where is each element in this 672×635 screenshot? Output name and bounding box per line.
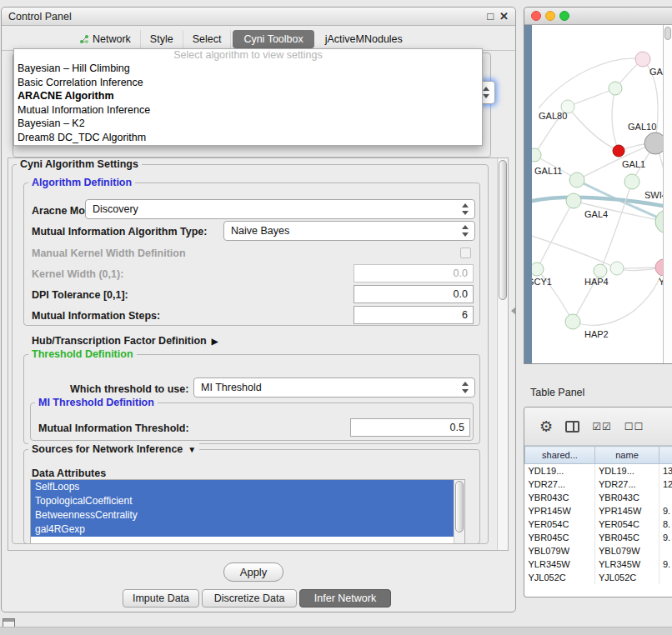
which-threshold-combobox[interactable]: MI Threshold	[193, 378, 475, 398]
tab-jactivemnodules[interactable]: jActiveMNodules	[316, 30, 412, 48]
network-edge[interactable]	[537, 201, 574, 269]
column-header-shared-name[interactable]: shared...	[525, 447, 595, 464]
table-row[interactable]: YDR27...YDR27...12	[525, 478, 672, 491]
mi-steps-field[interactable]: 6	[354, 306, 474, 324]
table-cell[interactable]: YDL19...	[525, 464, 595, 478]
list-scrollbar[interactable]	[454, 480, 464, 543]
table-cell[interactable]: YBR045C	[595, 531, 659, 544]
network-scrollbar[interactable]	[663, 25, 672, 363]
apply-button[interactable]: Apply	[223, 562, 283, 582]
minimize-traffic-light-icon[interactable]	[545, 11, 555, 21]
network-node[interactable]	[610, 262, 624, 275]
network-window-titlebar[interactable]	[524, 8, 672, 25]
close-icon[interactable]: ✕	[499, 10, 509, 22]
network-node-hap4[interactable]	[594, 264, 607, 278]
network-edge[interactable]	[568, 88, 615, 107]
network-canvas[interactable]: GAL GAL80 GAL10 GAL11 GAL1 SWI4 GAL4 GCY…	[532, 25, 663, 363]
tab-style[interactable]: Style	[141, 30, 183, 48]
table-row[interactable]: YER054CYER054C8.	[525, 518, 672, 531]
network-node-hap2[interactable]	[565, 314, 580, 329]
table-cell[interactable]	[659, 491, 672, 504]
float-window-icon[interactable]: □	[487, 10, 494, 22]
control-panel-titlebar[interactable]: Control Panel □ ✕	[2, 8, 515, 26]
network-node-swi4[interactable]	[655, 210, 663, 233]
table-cell[interactable]: YJL052C	[525, 571, 595, 584]
table-cell[interactable]: YDR27...	[595, 478, 659, 491]
network-edge[interactable]	[532, 235, 617, 268]
tab-network[interactable]: Network	[70, 30, 141, 48]
table-row[interactable]: YBR043CYBR043C	[525, 491, 672, 504]
panel-splitter-handle[interactable]	[511, 307, 516, 315]
dpi-tolerance-field[interactable]: 0.0	[354, 285, 474, 303]
gear-icon[interactable]: ⚙	[539, 419, 553, 434]
sources-group-toggle[interactable]: Sources for Network Inference▼	[28, 443, 199, 455]
table-cell[interactable]: 13	[659, 464, 672, 478]
table-row[interactable]: YDL19...YDL19...13	[525, 464, 672, 478]
table-row[interactable]: YJL052CYJL052C	[525, 571, 672, 584]
network-node[interactable]	[532, 148, 541, 162]
hub-tf-definition-toggle[interactable]: Hub/Transcription Factor Definition▶	[32, 334, 218, 348]
mi-threshold-field[interactable]: 0.5	[350, 418, 470, 437]
settings-scrollbar[interactable]	[497, 158, 508, 550]
tab-infer-network[interactable]: Infer Network	[299, 589, 391, 608]
menu-item-basic-correlation[interactable]: Basic Correlation Inference	[14, 76, 482, 90]
table-cell[interactable]: YBR043C	[525, 491, 595, 504]
table-cell[interactable]: YBR045C	[525, 531, 595, 544]
menu-item-aracne[interactable]: ARACNE Algorithm	[14, 89, 482, 103]
menu-item-mutual-information[interactable]: Mutual Information Inference	[14, 103, 482, 118]
table-cell[interactable]: YER054C	[525, 518, 595, 531]
unchecked-boxes-icon[interactable]: ☐☐	[624, 422, 644, 432]
select-columns-icon[interactable]	[565, 421, 579, 432]
table-cell[interactable]: YPR145W	[595, 504, 659, 518]
table-cell[interactable]: YLR345W	[525, 558, 595, 571]
list-item-selected[interactable]: BetweennessCentrality	[31, 508, 454, 522]
table-cell[interactable]: YBR043C	[595, 491, 659, 504]
checked-boxes-icon[interactable]: ☑☑	[592, 422, 612, 432]
network-node[interactable]	[655, 259, 663, 276]
table-cell[interactable]: 9.	[659, 558, 672, 571]
table-row[interactable]: YBR045CYBR045C9.	[525, 531, 672, 544]
network-edge[interactable]	[655, 143, 663, 222]
column-header[interactable]	[659, 447, 672, 464]
scrollbar-thumb[interactable]	[664, 27, 671, 40]
table-cell[interactable]	[659, 544, 672, 558]
table-cell[interactable]: 8.	[659, 518, 672, 531]
network-node[interactable]	[609, 82, 622, 95]
tab-select[interactable]: Select	[183, 30, 232, 48]
list-item-selected[interactable]: TopologicalCoefficient	[31, 494, 454, 508]
table-row[interactable]: YBL079WYBL079W	[525, 544, 672, 558]
table-cell[interactable]: YER054C	[595, 518, 659, 531]
network-edge[interactable]	[612, 88, 619, 151]
menu-item-bayesian-k2[interactable]: Bayesian – K2	[14, 117, 482, 131]
table-cell[interactable]: YBL079W	[525, 544, 595, 558]
column-header-name[interactable]: name	[595, 447, 659, 464]
scrollbar-thumb[interactable]	[455, 481, 464, 532]
table-cell[interactable]: YJL052C	[595, 571, 659, 584]
table-cell[interactable]: YPR145W	[525, 504, 595, 518]
menu-item-bayesian-hill-climbing[interactable]: Bayesian – Hill Climbing	[14, 62, 482, 76]
tab-discretize-data[interactable]: Discretize Data	[202, 589, 297, 608]
table-row[interactable]: YLR345WYLR345W9.	[525, 558, 672, 571]
table-cell[interactable]: 12	[659, 478, 672, 491]
table-cell[interactable]: YDR27...	[525, 478, 595, 491]
mi-type-combobox[interactable]: Naive Bayes	[223, 221, 475, 241]
list-item-selected[interactable]: gal4RGexp	[31, 522, 454, 537]
table-cell[interactable]	[659, 571, 672, 584]
scrollbar-thumb[interactable]	[499, 160, 507, 300]
network-node-selected[interactable]	[613, 145, 624, 157]
network-edge-highlighted[interactable]	[532, 198, 663, 207]
list-item-selected[interactable]: SelfLoops	[31, 480, 454, 494]
network-node-gcy1[interactable]	[532, 262, 544, 276]
tab-impute-data[interactable]: Impute Data	[123, 589, 199, 608]
data-attributes-list[interactable]: SelfLoops TopologicalCoefficient Between…	[30, 479, 465, 544]
table-row[interactable]: YPR145WYPR145W9.	[525, 504, 672, 518]
zoom-traffic-light-icon[interactable]	[559, 11, 569, 21]
network-node-gal4[interactable]	[566, 193, 581, 208]
aracne-mode-combobox[interactable]: Discovery	[85, 199, 475, 219]
network-edge[interactable]	[539, 58, 643, 108]
table-cell[interactable]: YDL19...	[595, 464, 659, 478]
table-cell[interactable]: YLR345W	[595, 558, 659, 571]
network-node[interactable]	[635, 52, 650, 67]
table-cell[interactable]: 9.	[659, 531, 672, 544]
tab-cyni-toolbox[interactable]: Cyni Toolbox	[233, 30, 313, 48]
